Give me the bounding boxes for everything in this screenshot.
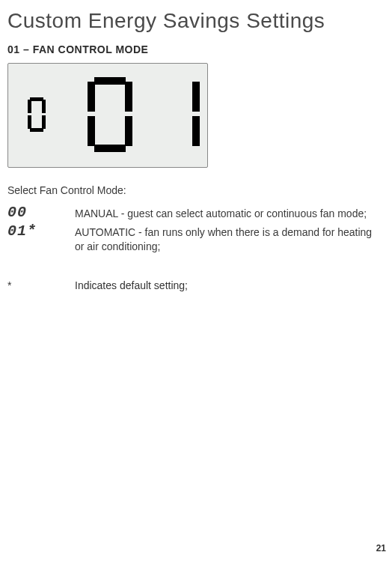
lcd-big-digit-left xyxy=(88,77,132,152)
option-row: 00 MANUAL - guest can select automatic o… xyxy=(7,205,382,224)
option-description: MANUAL - guest can select automatic or c… xyxy=(75,205,382,224)
lcd-small-digit xyxy=(28,97,46,132)
page-title: Custom Energy Savings Settings xyxy=(7,9,382,33)
lcd-big-digit-right xyxy=(155,77,200,152)
option-description: AUTOMATIC - fan runs only when there is … xyxy=(75,224,382,257)
footnote-row: * Indicates default setting; xyxy=(7,257,382,291)
option-row: 01* AUTOMATIC - fan runs only when there… xyxy=(7,224,382,257)
lcd-display xyxy=(7,63,208,168)
manual-page: Custom Energy Savings Settings 01 – FAN … xyxy=(0,0,392,561)
section-heading: 01 – FAN CONTROL MODE xyxy=(7,43,382,55)
options-table: 00 MANUAL - guest can select automatic o… xyxy=(7,205,382,291)
option-code: 00 xyxy=(7,205,75,224)
lead-text: Select Fan Control Mode: xyxy=(7,184,382,196)
footnote-mark: * xyxy=(7,257,75,291)
option-code: 01* xyxy=(7,224,75,257)
footnote-text: Indicates default setting; xyxy=(75,257,382,291)
page-number: 21 xyxy=(376,543,386,554)
